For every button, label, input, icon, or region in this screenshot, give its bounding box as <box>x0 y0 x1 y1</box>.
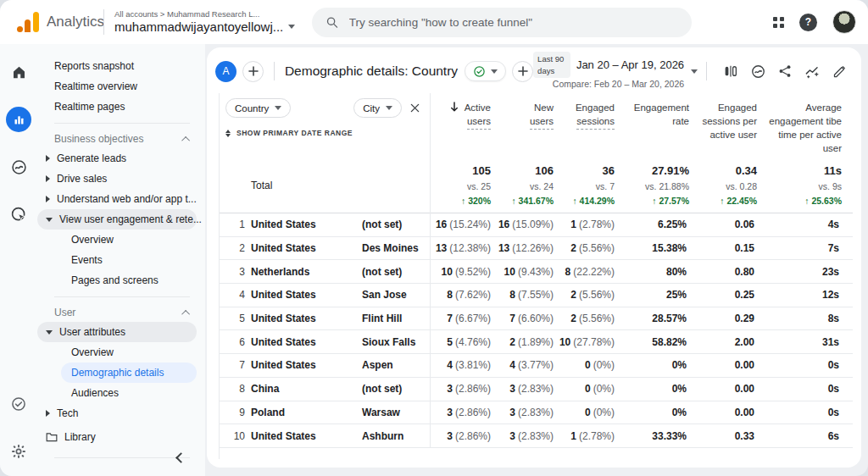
sidebar-item-engagement-overview[interactable]: Overview <box>37 230 205 250</box>
report-table: Country City SHOW PRIMARY DAT <box>219 93 853 459</box>
metric-cell: 8s <box>757 313 842 324</box>
add-comparison-button[interactable] <box>242 61 264 82</box>
chevron-down-icon <box>491 69 498 74</box>
sidebar-item-understand-web-app[interactable]: Understand web and/or app t... <box>37 189 205 209</box>
add-report-tab-button[interactable] <box>512 61 533 82</box>
metric-cell: 3(2.83%) <box>491 407 554 418</box>
report-status-pill[interactable] <box>465 61 506 81</box>
sidebar-item-events[interactable]: Events <box>37 250 205 270</box>
nav-rail <box>0 44 37 476</box>
sidebar-item-drive-sales[interactable]: Drive sales <box>37 169 205 189</box>
explore-report-icon[interactable] <box>746 59 770 83</box>
row-city: San Jose <box>360 289 430 301</box>
secondary-dimension-dropdown[interactable]: City <box>353 98 402 118</box>
row-rank: 10 <box>220 430 250 442</box>
table-row[interactable]: 4 United States San Jose 8(7.62%) 8(7.55… <box>220 284 853 307</box>
sidebar-item-audiences[interactable]: Audiences <box>37 383 205 403</box>
row-rank: 3 <box>220 266 250 278</box>
primary-dimension-dropdown[interactable]: Country <box>225 98 291 118</box>
metric-cell: 0.33 <box>689 430 757 442</box>
breadcrumb: All accounts > Muhammad Research L... <box>114 9 295 19</box>
sidebar-divider <box>54 296 190 297</box>
search-input[interactable] <box>349 16 678 29</box>
segment-chip[interactable]: A <box>215 61 236 82</box>
row-rank: 2 <box>220 242 250 254</box>
table-row[interactable]: 5 United States Flint Hill 7(6.67%) 7(6.… <box>220 307 853 331</box>
help-icon[interactable]: ? <box>799 14 817 31</box>
table-row[interactable]: 10 United States Ashburn 3(2.86%) 3(2.83… <box>220 424 853 448</box>
table-row[interactable]: 1 United States (not set) 16(15.24%) 16(… <box>220 213 853 237</box>
metric-cell: 3(2.83%) <box>491 430 554 442</box>
home-icon[interactable] <box>6 59 31 85</box>
metric-cell: 2(1.89%) <box>491 336 554 348</box>
row-city: Flint Hill <box>360 313 430 324</box>
metric-cell: 0s <box>757 359 842 371</box>
metric-cell: 0(0%) <box>554 383 615 395</box>
edit-pencil-icon[interactable] <box>827 59 851 83</box>
chevron-down-icon <box>46 218 53 222</box>
advertising-icon[interactable] <box>6 202 31 227</box>
sidebar-item-view-user-engagement[interactable]: View user engagement & rete... <box>37 209 197 230</box>
column-header-engaged-sessions-per-user[interactable]: Engaged sessions per active user <box>689 98 757 141</box>
table-row[interactable]: 3 Netherlands (not set) 10(9.52%) 10(9.4… <box>220 260 853 284</box>
table-body: 1 United States (not set) 16(15.24%) 16(… <box>220 213 853 448</box>
row-city: (not set) <box>360 266 430 278</box>
data-quality-icon[interactable] <box>6 391 31 417</box>
metric-cell: 0% <box>615 407 689 418</box>
sidebar-section-business-objectives[interactable]: Business objectives <box>37 130 205 148</box>
explore-icon[interactable] <box>6 154 31 180</box>
sidebar-item-reports-snapshot[interactable]: Reports snapshot <box>37 56 205 76</box>
metric-cell: 0.00 <box>689 383 757 395</box>
row-country: United States <box>250 219 360 230</box>
remove-secondary-dimension-button[interactable] <box>410 103 420 113</box>
settings-gear-icon[interactable] <box>6 439 31 464</box>
analytics-brand[interactable]: Analytics <box>0 12 98 32</box>
page-title: Demographic details: Country <box>285 64 458 79</box>
column-header-engagement-rate[interactable]: Engagement rate <box>615 98 689 128</box>
reports-icon[interactable] <box>6 107 31 132</box>
metric-cell: 31s <box>757 336 842 348</box>
row-country: United States <box>250 242 360 254</box>
metric-cell: 0.06 <box>689 219 757 230</box>
metric-cell: 0.15 <box>689 242 757 254</box>
row-country: United States <box>250 336 360 348</box>
table-row[interactable]: 2 United States Des Moines 13(12.38%) 13… <box>220 237 853 261</box>
table-row[interactable]: 7 United States Aspen 4(3.81%) 4(3.77%) … <box>220 354 853 378</box>
show-primary-date-range-toggle[interactable]: SHOW PRIMARY DATE RANGE <box>225 129 420 137</box>
sidebar-item-realtime-overview[interactable]: Realtime overview <box>37 76 205 97</box>
account-switcher[interactable]: All accounts > Muhammad Research L... mu… <box>114 9 295 36</box>
share-icon[interactable] <box>773 59 797 83</box>
row-rank: 8 <box>220 383 250 395</box>
avatar[interactable] <box>832 10 856 34</box>
insights-icon[interactable] <box>800 59 824 83</box>
sidebar-item-user-overview[interactable]: Overview <box>37 342 205 363</box>
sidebar-item-user-attributes[interactable]: User attributes <box>37 322 197 342</box>
table-total-row: Total 105vs. 25↑ 320% 106vs. 24↑ 341.67%… <box>220 158 853 213</box>
sidebar-item-tech[interactable]: Tech <box>37 403 205 423</box>
table-row[interactable]: 6 United States Sioux Falls 5(4.76%) 2(1… <box>220 330 853 354</box>
column-header-avg-engagement-time[interactable]: Average engagement tibe time per active … <box>757 98 842 155</box>
sidebar-section-user[interactable]: User <box>37 303 205 322</box>
sidebar-item-demographic-details[interactable]: Demographic details <box>61 363 197 383</box>
apps-grid-icon[interactable] <box>773 17 784 28</box>
comparisons-icon[interactable] <box>719 59 743 83</box>
row-country: United States <box>250 313 360 324</box>
column-header-engaged-sessions[interactable]: Engagedsessions <box>554 98 615 130</box>
column-header-new-users[interactable]: Newusers <box>491 98 554 130</box>
column-header-active-users[interactable]: Activeusers <box>430 98 491 130</box>
metric-cell: 5(4.76%) <box>430 336 491 348</box>
sidebar-item-realtime-pages[interactable]: Realtime pages <box>37 97 205 117</box>
sidebar-item-library[interactable]: Library <box>37 427 205 447</box>
sidebar-item-pages-and-screens[interactable]: Pages and screens <box>37 270 205 291</box>
date-range-picker[interactable]: Last 90 days Jan 20 – Apr 19, 2026 Compa… <box>533 52 698 90</box>
sidebar-item-generate-leads[interactable]: Generate leads <box>37 148 205 169</box>
chevron-down-icon <box>288 25 295 29</box>
metric-cell: 0.80 <box>689 266 757 278</box>
row-city: (not set) <box>360 219 430 230</box>
collapse-sidebar-icon[interactable] <box>177 452 185 464</box>
metric-cell: 4s <box>757 219 842 230</box>
table-row[interactable]: 8 China (not set) 3(2.86%) 3(2.83%) 0(0%… <box>220 378 853 401</box>
search-bar[interactable] <box>312 8 692 37</box>
metric-cell: 0.00 <box>689 407 757 418</box>
table-row[interactable]: 9 Poland Warsaw 3(2.86%) 3(2.83%) 0(0%) … <box>220 401 853 425</box>
